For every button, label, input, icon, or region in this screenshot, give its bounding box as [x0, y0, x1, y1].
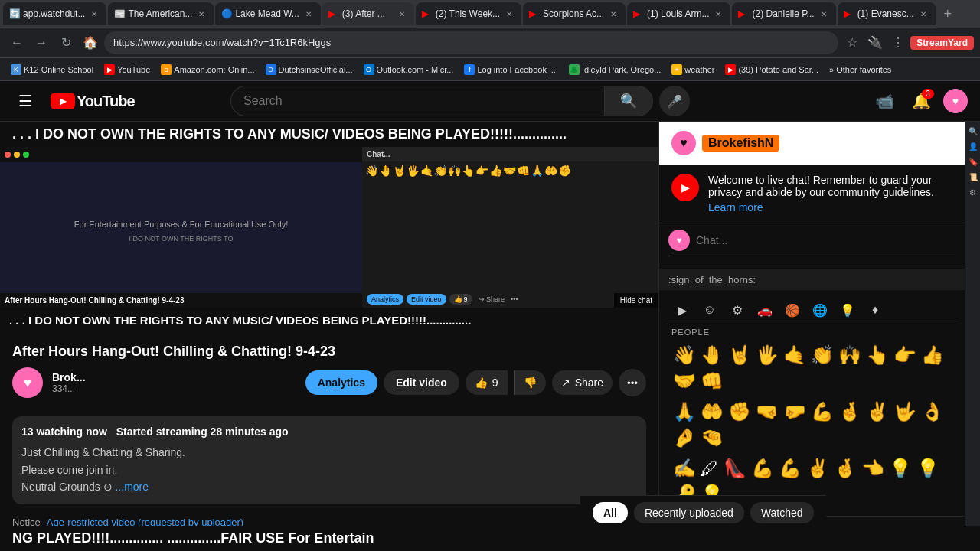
- chrome-side-btn-2[interactable]: 👤: [967, 140, 979, 152]
- tab-1[interactable]: 🔄 app.watchdut... ✕: [3, 2, 106, 25]
- emoji-flexed[interactable]: 💪: [809, 399, 835, 424]
- emoji-call[interactable]: 🤙: [782, 343, 808, 367]
- desc-more-link[interactable]: ...more: [116, 481, 149, 493]
- emoji-point-left[interactable]: 👈: [860, 456, 886, 481]
- tab-3-close[interactable]: ✕: [302, 8, 315, 20]
- emoji-clap[interactable]: 👏: [809, 343, 835, 367]
- emoji-pinching-hand[interactable]: 🤏: [699, 425, 725, 450]
- emoji-cross-fingers2[interactable]: 🤞: [832, 456, 858, 481]
- emoji-point-up[interactable]: 👆: [864, 343, 890, 367]
- create-button[interactable]: 📹: [870, 86, 900, 116]
- hide-chat-mini[interactable]: Hide chat: [614, 293, 658, 308]
- chat-text-input[interactable]: [696, 234, 956, 246]
- tab-7-close[interactable]: ✕: [712, 8, 724, 20]
- emoji-love-you[interactable]: 🤟: [892, 399, 918, 424]
- emoji-raised-hands[interactable]: 🙌: [837, 343, 863, 367]
- tab-6-close[interactable]: ✕: [607, 8, 619, 20]
- emoji-v-sign[interactable]: ✌: [864, 399, 890, 424]
- tab-5[interactable]: ▶ (2) This Week... ✕: [416, 2, 521, 25]
- youtube-logo[interactable]: YouTube: [51, 93, 135, 110]
- emoji-pen[interactable]: 🖊: [699, 456, 720, 481]
- emoji-rock[interactable]: 🤘: [727, 343, 753, 367]
- tab-8[interactable]: ▶ (2) Danielle P... ✕: [732, 2, 835, 25]
- emoji-tool-video[interactable]: ▶: [671, 299, 693, 321]
- address-bar[interactable]: [104, 31, 838, 54]
- chrome-side-btn-3[interactable]: 🔖: [967, 155, 979, 168]
- emoji-point-right[interactable]: 👉: [892, 343, 918, 367]
- emoji-tool-face[interactable]: ☺: [699, 299, 720, 321]
- emoji-tool-globe[interactable]: 🌐: [809, 299, 831, 321]
- mini-analytics-button[interactable]: Analytics: [367, 294, 403, 305]
- dislike-button[interactable]: 👎: [514, 370, 546, 395]
- chrome-side-btn-4[interactable]: 📜: [967, 171, 979, 183]
- tab-6[interactable]: ▶ Scorpions Ac... ✕: [523, 2, 626, 25]
- chrome-side-btn-settings[interactable]: ⚙: [967, 186, 979, 198]
- emoji-peace[interactable]: ✌: [805, 456, 831, 481]
- tab-8-close[interactable]: ✕: [818, 8, 830, 20]
- back-button[interactable]: ←: [6, 32, 28, 54]
- emoji-crossed-fingers[interactable]: 🤞: [837, 399, 863, 424]
- bookmark-k12[interactable]: K K12 Online School: [6, 63, 98, 77]
- tab-7[interactable]: ▶ (1) Louis Arm... ✕: [627, 2, 730, 25]
- emoji-fist[interactable]: 👊: [699, 369, 725, 393]
- learn-more-link[interactable]: Learn more: [708, 201, 952, 214]
- tab-9[interactable]: ▶ (1) Evanesc... ✕: [838, 2, 936, 25]
- bookmark-weather[interactable]: ☀ weather: [667, 63, 719, 77]
- emoji-ok[interactable]: 👌: [920, 399, 946, 424]
- refresh-button[interactable]: ↻: [55, 32, 77, 54]
- tab-2[interactable]: 📰 The American... ✕: [108, 2, 214, 25]
- emoji-wave[interactable]: 👋: [671, 343, 697, 367]
- notifications-button[interactable]: 🔔 3: [906, 86, 937, 116]
- bottom-tab-watched[interactable]: Watched: [750, 502, 814, 523]
- tab-3[interactable]: 🔵 Lake Mead W... ✕: [215, 2, 320, 25]
- emoji-light1[interactable]: 💡: [887, 456, 913, 481]
- emoji-writing[interactable]: ✍: [671, 456, 697, 481]
- forward-button[interactable]: →: [31, 32, 52, 54]
- bookmark-potato[interactable]: ▶ (39) Potato and Sar...: [720, 63, 823, 77]
- tab-9-close[interactable]: ✕: [917, 8, 929, 20]
- bookmark-amazon[interactable]: a Amazon.com: Onlin...: [156, 63, 259, 77]
- channel-avatar[interactable]: ♥: [12, 367, 43, 398]
- emoji-heeled-shoe[interactable]: 👠: [722, 456, 748, 481]
- new-tab-button[interactable]: +: [937, 3, 959, 24]
- emoji-tool-car[interactable]: 🚗: [754, 299, 776, 321]
- emoji-muscle2[interactable]: 💪: [777, 456, 803, 481]
- mini-like-button[interactable]: 👍 9: [449, 294, 472, 305]
- mini-share-btn[interactable]: ↪ Share: [479, 295, 505, 303]
- bookmark-facebook[interactable]: f Log into Facebook |...: [459, 63, 563, 77]
- emoji-handshake[interactable]: 🤝: [671, 369, 697, 393]
- home-button[interactable]: 🏠: [80, 32, 101, 54]
- edit-video-button[interactable]: Edit video: [384, 370, 459, 395]
- mini-edit-button[interactable]: Edit video: [407, 294, 446, 305]
- bookmark-button[interactable]: ☆: [841, 32, 863, 54]
- share-button[interactable]: ↗ Share: [552, 370, 612, 395]
- emoji-tool-diamond[interactable]: ♦: [864, 299, 886, 321]
- emoji-raised-fist[interactable]: ✊: [727, 399, 753, 424]
- emoji-left-punch[interactable]: 🤛: [782, 399, 808, 424]
- emoji-thumbs-up[interactable]: 👍: [920, 343, 946, 367]
- bookmark-youtube[interactable]: ▶ YouTube: [100, 63, 155, 77]
- tab-4-active[interactable]: ▶ (3) After ... ✕: [322, 2, 414, 25]
- emoji-tool-gear[interactable]: ⚙: [727, 299, 748, 321]
- analytics-button[interactable]: Analytics: [305, 370, 377, 395]
- chrome-side-btn-1[interactable]: 🔍: [967, 125, 979, 137]
- emoji-light2[interactable]: 💡: [915, 456, 941, 481]
- emoji-pray[interactable]: 🙏: [671, 399, 697, 424]
- emoji-right-punch[interactable]: 🤜: [754, 399, 780, 424]
- like-button[interactable]: 👍 9: [466, 370, 508, 395]
- bottom-tab-recently-uploaded[interactable]: Recently uploaded: [634, 502, 744, 523]
- tab-4-close[interactable]: ✕: [396, 8, 408, 20]
- bookmark-outlook[interactable]: O Outlook.com - Micr...: [359, 63, 459, 77]
- emoji-muscle1[interactable]: 💪: [750, 456, 776, 481]
- menu-button[interactable]: ☰: [12, 86, 38, 116]
- more-actions-button[interactable]: •••: [619, 369, 646, 396]
- search-button[interactable]: 🔍: [604, 86, 653, 116]
- tab-5-close[interactable]: ✕: [503, 8, 515, 20]
- settings-button[interactable]: ⋮: [887, 32, 909, 54]
- extension-button[interactable]: 🔌: [864, 32, 886, 54]
- bookmark-more[interactable]: » Other favorites: [825, 64, 896, 76]
- emoji-open-hands[interactable]: 🤲: [699, 399, 725, 424]
- bottom-tab-all[interactable]: All: [593, 502, 628, 523]
- tab-2-close[interactable]: ✕: [195, 8, 207, 20]
- mini-more-btn[interactable]: •••: [511, 295, 518, 303]
